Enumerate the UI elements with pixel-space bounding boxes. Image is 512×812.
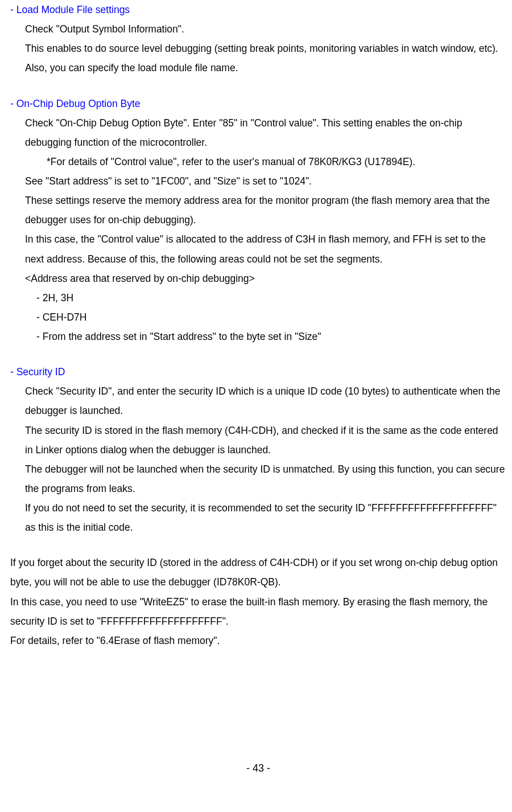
text-security-p4: If you do not need to set the security, … [25, 498, 506, 537]
text-footer-p1: If you forget about the security ID (sto… [10, 553, 506, 592]
text-onchip-p5: <Address area that reserved by on-chip d… [25, 269, 506, 288]
text-load-p2: This enables to do source level debuggin… [25, 39, 506, 58]
text-onchip-p1: Check "On-Chip Debug Option Byte". Enter… [25, 113, 506, 152]
text-load-p1: Check "Output Symbol Information". [25, 19, 506, 39]
heading-load-module: - Load Module File settings [10, 0, 506, 19]
text-security-p2: The security ID is stored in the flash m… [25, 421, 506, 460]
text-security-p1: Check "Security ID", and enter the secur… [25, 382, 506, 420]
text-onchip-list1: - 2H, 3H [36, 288, 506, 307]
text-onchip-list2: - CEH-D7H [36, 307, 506, 327]
heading-onchip: - On-Chip Debug Option Byte [10, 94, 506, 113]
text-security-p3: The debugger will not be launched when t… [25, 460, 506, 498]
page-number: - 43 - [10, 758, 506, 778]
text-footer-p3: For details, refer to "6.4Erase of flash… [10, 631, 506, 650]
text-onchip-list3: - From the address set in "Start address… [36, 327, 506, 346]
text-onchip-p3: These settings reserve the memory addres… [25, 191, 506, 229]
text-onchip-p2: See "Start address" is set to "1FC00", a… [25, 171, 506, 191]
heading-security: - Security ID [10, 362, 506, 382]
text-footer-p2: In this case, you need to use "WriteEZ5"… [10, 592, 506, 631]
text-onchip-note: *For details of "Control value", refer t… [47, 152, 506, 171]
text-load-p3: Also, you can specify the load module fi… [25, 58, 506, 77]
text-onchip-p4: In this case, the "Control value" is all… [25, 229, 506, 268]
